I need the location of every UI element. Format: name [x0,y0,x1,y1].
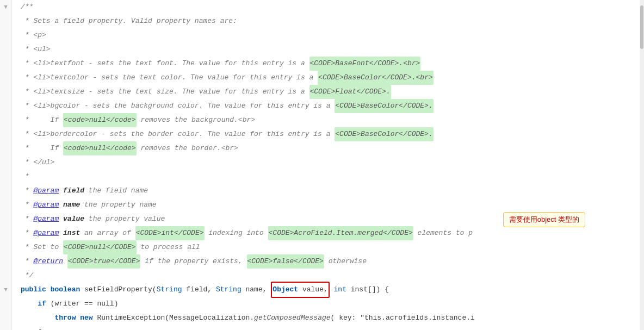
code-folding-gutter: ▼ ▼ [0,0,12,330]
code-line: * If <code>null</code> removes the borde… [21,141,640,155]
code-line: * Sets a field property. Valid property … [21,14,640,28]
code-line: * <li>bordercolor - sets the border colo… [21,127,640,141]
code-line: * </ul> [21,155,640,170]
code-line: * <li>textsize - sets the text size. The… [21,85,640,99]
code-line: * [21,170,640,184]
fold-indicator[interactable]: ▼ [4,0,8,14]
code-line: * @param inst an array of <CODE>int</COD… [21,226,640,240]
code-line: * <li>bgcolor - sets the background colo… [21,99,640,113]
code-line: throw new RuntimeException(MessageLocali… [21,311,640,325]
code-line: * <li>textcolor - sets the text color. T… [21,71,640,85]
code-line: * Set to <CODE>null</CODE> to process al… [21,240,640,254]
fold-indicator-2[interactable]: ▼ [4,283,8,297]
code-line: * <ul> [21,42,640,57]
scrollbar-thumb[interactable] [640,5,643,49]
code-line: * If <code>null</code> removes the backg… [21,113,640,127]
scrollbar[interactable] [640,0,644,330]
code-line: */ [21,269,640,283]
code-editor[interactable]: 需要使用object 类型的 /** * Sets a field proper… [12,0,640,330]
code-line: * @param field the field name [21,184,640,198]
code-line: { [21,325,640,330]
code-line: * <p> [21,28,640,42]
code-line-signature: public boolean setFieldProperty(String f… [21,283,640,297]
code-line: * @return <CODE>true</CODE> if the prope… [21,254,640,269]
code-line: * @param name the property name [21,198,640,212]
annotation-bubble: 需要使用object 类型的 [503,212,585,227]
code-line: * <li>textfont - sets the text font. The… [21,57,640,71]
annotation-text: 需要使用object 类型的 [509,215,579,223]
code-line: if (writer == null) [21,297,640,311]
editor-container: ▼ ▼ 需要使用object 类型的 /** * Sets [0,0,644,330]
code-line: /** [21,0,640,14]
